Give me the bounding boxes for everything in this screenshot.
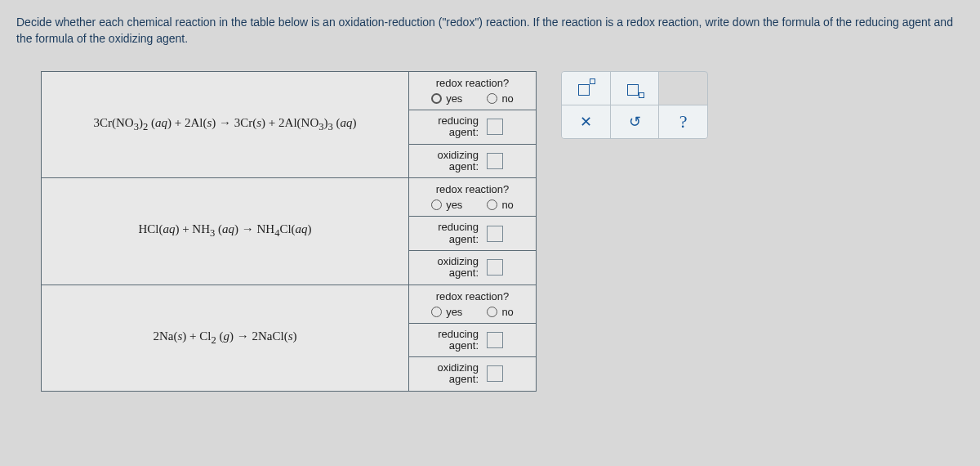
redox-yes-option[interactable]: yes: [431, 199, 462, 211]
redox-question-row: redox reaction? yes no: [409, 285, 536, 324]
radio-label: no: [501, 92, 513, 105]
superscript-tool[interactable]: [562, 72, 611, 105]
reaction-answers: redox reaction? yes no reducingagent: ox…: [409, 178, 537, 285]
reducing-agent-label: reducingagent:: [417, 115, 479, 139]
oxidizing-agent-row: oxidizingagent:: [409, 251, 536, 285]
radio-icon: [431, 307, 442, 317]
radio-icon: [431, 93, 442, 104]
radio-icon: [487, 199, 497, 210]
radio-icon: [487, 93, 497, 104]
oxidizing-agent-label: oxidizingagent:: [417, 256, 479, 280]
redox-no-option[interactable]: no: [487, 199, 513, 211]
help-button[interactable]: ?: [659, 105, 707, 138]
oxidizing-agent-input[interactable]: [487, 365, 503, 382]
radio-icon: [487, 307, 497, 317]
reducing-agent-row: reducingagent:: [409, 324, 536, 358]
redox-question-row: redox reaction? yes no: [409, 178, 536, 217]
redox-no-option[interactable]: no: [487, 92, 513, 105]
reaction-answers: redox reaction? yes no reducingagent: ox…: [409, 72, 537, 178]
reaction-answers: redox reaction? yes no reducingagent: ox…: [409, 285, 537, 391]
reducing-agent-input[interactable]: [487, 332, 503, 348]
radio-label: yes: [446, 92, 462, 105]
oxidizing-agent-input[interactable]: [487, 153, 503, 169]
reaction-equation: HCl(aq) + NH3 (aq) → NH4Cl(aq): [42, 178, 409, 285]
radio-label: no: [501, 199, 513, 211]
reducing-agent-row: reducingagent:: [409, 110, 536, 145]
redox-no-option[interactable]: no: [487, 306, 513, 318]
reducing-agent-input[interactable]: [487, 119, 503, 135]
reducing-agent-label: reducingagent:: [417, 329, 479, 352]
reaction-equation: 3Cr(NO3)2 (aq) + 2Al(s) → 3Cr(s) + 2Al(N…: [42, 72, 409, 178]
radio-icon: [431, 199, 442, 210]
superscript-icon: [577, 79, 595, 97]
radio-label: no: [501, 306, 513, 318]
redox-question-row: redox reaction? yes no: [409, 72, 536, 110]
instructions-text: Decide whether each chemical reaction in…: [16, 15, 964, 47]
redox-question-label: redox reaction?: [436, 183, 510, 195]
redox-yes-option[interactable]: yes: [431, 92, 462, 105]
subscript-icon: [626, 79, 644, 97]
redox-question-label: redox reaction?: [436, 77, 510, 89]
close-button[interactable]: ✕: [562, 105, 611, 138]
oxidizing-agent-row: oxidizingagent:: [409, 145, 536, 178]
reset-button[interactable]: ↺: [611, 105, 660, 138]
redox-question-label: redox reaction?: [436, 290, 510, 302]
oxidizing-agent-label: oxidizingagent:: [417, 362, 479, 386]
subscript-tool[interactable]: [611, 72, 660, 105]
reactions-table: 3Cr(NO3)2 (aq) + 2Al(s) → 3Cr(s) + 2Al(N…: [41, 71, 537, 392]
oxidizing-agent-label: oxidizingagent:: [417, 150, 479, 173]
redox-yes-option[interactable]: yes: [431, 306, 462, 318]
oxidizing-agent-row: oxidizingagent:: [409, 357, 536, 391]
reducing-agent-label: reducingagent:: [417, 222, 479, 245]
toolbox: ✕ ↺ ?: [561, 71, 708, 139]
reducing-agent-input[interactable]: [487, 226, 503, 242]
radio-label: yes: [446, 306, 462, 318]
reaction-equation: 2Na(s) + Cl2 (g) → 2NaCl(s): [42, 285, 409, 391]
oxidizing-agent-input[interactable]: [487, 259, 503, 276]
reducing-agent-row: reducingagent:: [409, 217, 536, 251]
radio-label: yes: [446, 199, 462, 211]
